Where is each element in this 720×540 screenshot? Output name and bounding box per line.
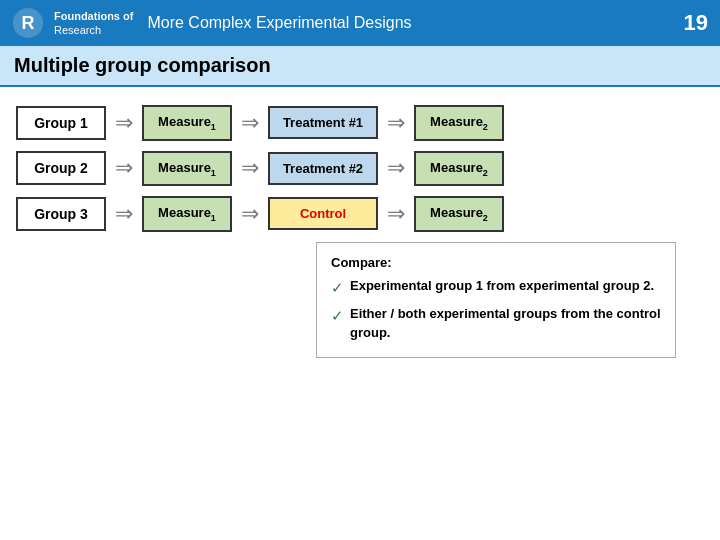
measure1-2: Measure1	[142, 151, 232, 187]
compare-item-1: ✓ Experimental group 1 from experimental…	[331, 276, 661, 300]
compare-item-2-text: Either / both experimental groups from t…	[350, 304, 661, 343]
arrow-2b: ⇒	[232, 155, 268, 181]
check-icon-2: ✓	[331, 305, 344, 328]
arrow-1b: ⇒	[232, 110, 268, 136]
arrow-3b: ⇒	[232, 201, 268, 227]
arrow-3a: ⇒	[106, 201, 142, 227]
arrow-3c: ⇒	[378, 201, 414, 227]
org-title: Foundations of Research	[54, 9, 133, 38]
arrow-2a: ⇒	[106, 155, 142, 181]
measure2-1: Measure2	[414, 105, 504, 141]
compare-item-2: ✓ Either / both experimental groups from…	[331, 304, 661, 343]
group-row-3: Group 3 ⇒ Measure1 ⇒ Control ⇒ Measure2	[16, 196, 704, 232]
page-number: 19	[684, 10, 708, 36]
svg-text:R: R	[22, 13, 35, 33]
arrow-1c: ⇒	[378, 110, 414, 136]
check-icon-1: ✓	[331, 277, 344, 300]
treatment-1: Treatment #1	[268, 106, 378, 139]
group-1-label: Group 1	[16, 106, 106, 140]
arrow-2c: ⇒	[378, 155, 414, 181]
measure2-2: Measure2	[414, 151, 504, 187]
compare-item-1-text: Experimental group 1 from experimental g…	[350, 276, 654, 296]
slide-title: More Complex Experimental Designs	[147, 14, 411, 32]
treatment-2: Treatment #2	[268, 152, 378, 185]
main-content: Group 1 ⇒ Measure1 ⇒ Treatment #1 ⇒ Meas…	[0, 87, 720, 368]
header: R Foundations of Research More Complex E…	[0, 0, 720, 46]
group-row-1: Group 1 ⇒ Measure1 ⇒ Treatment #1 ⇒ Meas…	[16, 105, 704, 141]
measure1-3: Measure1	[142, 196, 232, 232]
group-row-2: Group 2 ⇒ Measure1 ⇒ Treatment #2 ⇒ Meas…	[16, 151, 704, 187]
logo-icon: R	[12, 7, 44, 39]
group-3-label: Group 3	[16, 197, 106, 231]
control-label: Control	[268, 197, 378, 230]
compare-box: Compare: ✓ Experimental group 1 from exp…	[316, 242, 676, 358]
compare-title: Compare:	[331, 253, 661, 273]
arrow-1a: ⇒	[106, 110, 142, 136]
measure2-3: Measure2	[414, 196, 504, 232]
measure1-1: Measure1	[142, 105, 232, 141]
section-title: Multiple group comparison	[0, 46, 720, 87]
group-2-label: Group 2	[16, 151, 106, 185]
